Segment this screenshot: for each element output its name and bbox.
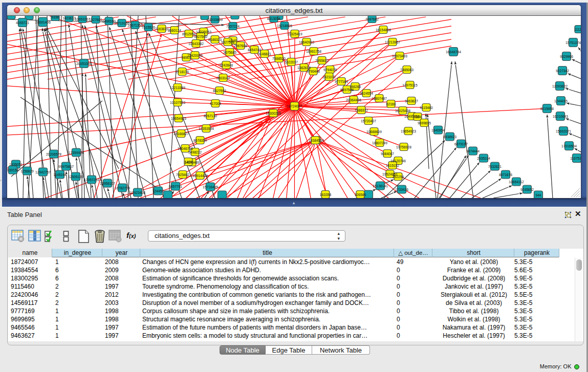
svg-text:8813054: 8813054 — [267, 17, 280, 20]
svg-text:1145194: 1145194 — [53, 173, 67, 177]
svg-text:19218506: 19218506 — [277, 24, 292, 28]
svg-text:1156829: 1156829 — [20, 169, 34, 173]
svg-text:16033809: 16033809 — [207, 18, 223, 21]
svg-text:1527601: 1527601 — [89, 18, 102, 21]
svg-text:10688609: 10688609 — [366, 130, 382, 134]
svg-text:16046756: 16046756 — [178, 147, 193, 150]
svg-text:6879197: 6879197 — [454, 142, 468, 146]
svg-text:7357224: 7357224 — [226, 25, 239, 28]
svg-text:10653267: 10653267 — [75, 17, 90, 21]
svg-text:9084067: 9084067 — [381, 152, 394, 156]
svg-text:1640954: 1640954 — [431, 128, 445, 132]
svg-text:4055721: 4055721 — [16, 21, 29, 25]
svg-text:1615152: 1615152 — [386, 164, 399, 167]
svg-text:12923408: 12923408 — [130, 191, 145, 194]
svg-text:12213967: 12213967 — [385, 40, 400, 44]
svg-text:1244415: 1244415 — [554, 99, 568, 103]
svg-text:7955812: 7955812 — [315, 59, 329, 62]
svg-text:13226053: 13226053 — [196, 30, 211, 34]
svg-text:10543382: 10543382 — [188, 42, 204, 46]
svg-text:11123: 11123 — [574, 28, 581, 31]
svg-text:9699695: 9699695 — [418, 121, 431, 125]
svg-text:15751074: 15751074 — [565, 41, 581, 45]
svg-text:9463627: 9463627 — [405, 99, 418, 103]
svg-text:3675685: 3675685 — [223, 51, 236, 54]
svg-text:20691406: 20691406 — [35, 20, 51, 24]
svg-text:15692071: 15692071 — [556, 129, 571, 133]
svg-text:9115460: 9115460 — [420, 106, 433, 110]
svg-text:10973493: 10973493 — [392, 54, 407, 58]
svg-text:12505135: 12505135 — [68, 175, 83, 179]
svg-text:7386372: 7386372 — [355, 108, 368, 112]
svg-text:1362615: 1362615 — [297, 66, 311, 70]
svg-text:5322037: 5322037 — [285, 60, 298, 64]
svg-text:18807249: 18807249 — [372, 141, 387, 145]
svg-text:12975115: 12975115 — [402, 83, 418, 87]
svg-text:9336: 9336 — [52, 16, 59, 19]
svg-text:16914479: 16914479 — [192, 174, 208, 178]
svg-text:12942757: 12942757 — [35, 170, 51, 174]
svg-text:11325419: 11325419 — [287, 32, 302, 36]
svg-text:7632621: 7632621 — [488, 165, 502, 168]
svg-text:106586: 106586 — [355, 193, 366, 196]
svg-text:2935114: 2935114 — [477, 157, 490, 160]
svg-text:99975867: 99975867 — [58, 165, 74, 168]
svg-text:10654112: 10654112 — [509, 180, 524, 184]
svg-text:9457791: 9457791 — [169, 185, 182, 188]
svg-text:2967608: 2967608 — [234, 44, 247, 48]
svg-text:10807487: 10807487 — [372, 97, 387, 100]
svg-text:8186323: 8186323 — [208, 38, 222, 41]
svg-text:2087682: 2087682 — [365, 17, 379, 21]
svg-text:16210643: 16210643 — [553, 115, 568, 118]
svg-text:1409: 1409 — [185, 160, 192, 164]
svg-text:12213389: 12213389 — [170, 86, 185, 90]
svg-text:12353594: 12353594 — [199, 127, 214, 130]
svg-text:944: 944 — [535, 193, 541, 197]
svg-text:16648784: 16648784 — [446, 50, 461, 54]
svg-text:8215958: 8215958 — [540, 107, 554, 111]
svg-text:8678354: 8678354 — [193, 139, 207, 142]
svg-text:1403613: 1403613 — [62, 16, 76, 20]
svg-text:417004: 417004 — [210, 102, 222, 105]
svg-text:8660124: 8660124 — [168, 29, 181, 32]
svg-text:1733426: 1733426 — [395, 188, 408, 191]
svg-text:8267130: 8267130 — [204, 114, 217, 118]
svg-text:9827500: 9827500 — [194, 35, 207, 38]
svg-text:20053346: 20053346 — [76, 62, 92, 65]
svg-text:10025438: 10025438 — [395, 109, 410, 113]
svg-text:7485063: 7485063 — [400, 68, 413, 72]
svg-text:98901: 98901 — [182, 56, 191, 59]
svg-text:2718176: 2718176 — [176, 70, 189, 74]
svg-text:1935051: 1935051 — [9, 163, 23, 166]
svg-text:12093822: 12093822 — [552, 84, 568, 88]
svg-text:19384554: 19384554 — [309, 139, 324, 142]
svg-text:8938923: 8938923 — [443, 135, 456, 139]
svg-text:9146821: 9146821 — [258, 52, 271, 56]
svg-text:19654925: 19654925 — [171, 117, 186, 120]
svg-text:19654923: 19654923 — [401, 129, 416, 133]
svg-text:16961758: 16961758 — [306, 50, 321, 53]
svg-text:9790448: 9790448 — [307, 70, 320, 73]
svg-text:3624554: 3624554 — [360, 92, 373, 95]
svg-text:1167533: 1167533 — [570, 157, 581, 160]
svg-text:1621072: 1621072 — [322, 75, 336, 79]
svg-text:7163822: 7163822 — [155, 27, 168, 31]
svg-text:9604: 9604 — [414, 115, 422, 119]
svg-text:10107553: 10107553 — [170, 101, 185, 104]
svg-text:10958107: 10958107 — [100, 182, 115, 185]
svg-text:9794078: 9794078 — [323, 68, 337, 72]
svg-text:7588520: 7588520 — [272, 57, 286, 60]
svg-text:62160: 62160 — [386, 102, 396, 106]
svg-text:20206578: 20206578 — [46, 152, 61, 156]
svg-text:15716485: 15716485 — [203, 185, 218, 189]
svg-text:252254: 252254 — [393, 175, 404, 179]
svg-text:9329966: 9329966 — [560, 55, 573, 58]
svg-text:17957253: 17957253 — [84, 178, 99, 182]
svg-text:8471676: 8471676 — [499, 173, 512, 177]
svg-text:7515526: 7515526 — [142, 26, 155, 29]
svg-text:16671355: 16671355 — [127, 24, 143, 27]
svg-text:746266: 746266 — [350, 85, 361, 89]
svg-text:9474444: 9474444 — [466, 149, 480, 153]
svg-text:17016504: 17016504 — [561, 144, 577, 148]
svg-text:6497568: 6497568 — [340, 88, 354, 92]
